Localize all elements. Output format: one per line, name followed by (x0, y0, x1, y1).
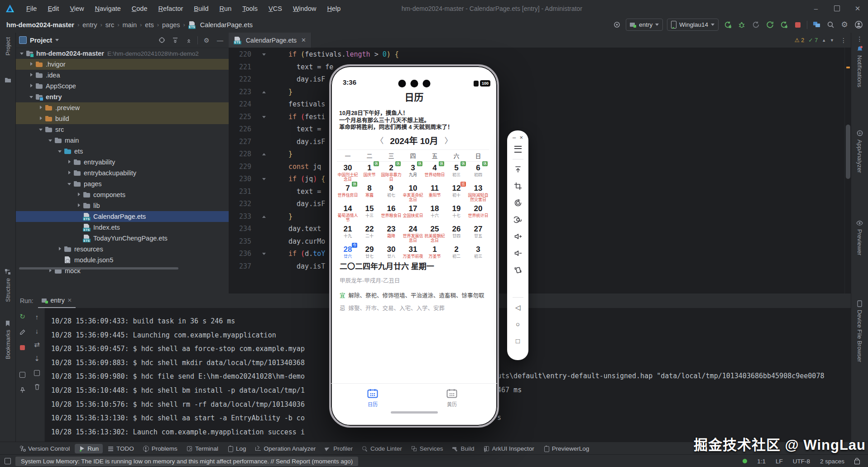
menu-view[interactable]: View (65, 4, 88, 14)
status-message[interactable]: System Low Memory: The IDE is running lo… (15, 457, 358, 466)
run-button[interactable] (723, 20, 733, 30)
tree-chevron-icon[interactable] (75, 191, 83, 198)
rotate-device-icon[interactable] (507, 261, 528, 278)
rerun-icon[interactable]: ↻ (19, 313, 27, 321)
fold-marker-icon[interactable] (251, 148, 267, 161)
calendar-day-cell[interactable]: 19十七 (446, 204, 467, 224)
close-button[interactable]: ✕ (847, 0, 868, 17)
code-line[interactable]: 223} (229, 86, 845, 99)
fold-marker-icon[interactable] (251, 173, 267, 186)
tree-chevron-icon[interactable] (37, 104, 45, 111)
fold-marker-icon[interactable] (251, 48, 267, 61)
folder-icon[interactable] (0, 76, 15, 83)
up-stack-trace-icon[interactable]: ↑ (33, 313, 41, 321)
calendar-day-cell[interactable]: 27廿五 (467, 224, 489, 245)
calendar-day-cell[interactable]: 班12初十 (446, 183, 467, 204)
project-view-select[interactable]: Project (19, 36, 59, 44)
tree-chevron-icon[interactable] (28, 61, 35, 68)
breadcrumb-item[interactable]: ets (145, 21, 153, 29)
close-icon[interactable]: ✕ (67, 297, 72, 303)
calendar-day-cell[interactable]: 21十九 (337, 224, 359, 245)
tree-item-calendarpage-ets[interactable]: ETSCalendarPage.ets (15, 211, 229, 222)
calendar-day-cell[interactable]: 22二十 (359, 224, 380, 245)
locate-ability-icon[interactable] (612, 20, 622, 30)
panel-settings-gear-icon[interactable]: ⚙ (201, 35, 211, 45)
tool-tab-notifications[interactable]: Notifications (851, 45, 868, 87)
code-line[interactable]: 237 day.isT (229, 260, 845, 273)
calendar-day-cell[interactable]: 25抗美援朝纪念日 (424, 224, 446, 245)
encoding[interactable]: UTF-8 (793, 458, 810, 465)
tool-tab-structure[interactable]: Structure (0, 268, 15, 302)
tool-window-button-problems[interactable]: Problems (139, 444, 182, 453)
calendar-day-cell[interactable]: 14葡萄酒情人节 (337, 204, 359, 224)
tree-item-main[interactable]: main (15, 135, 229, 146)
console-line[interactable]: 10/28 15:36:09:883: $ hdc shell mkdir da… (51, 356, 305, 370)
calendar-day-cell[interactable]: 休5初三 (446, 163, 467, 183)
tree-item-resources[interactable]: resources (15, 244, 229, 255)
console-line[interactable]: 10/28 15:36:10:576: $ hdc shell rm -rf d… (51, 398, 305, 412)
menu-help[interactable]: Help (322, 4, 345, 14)
calendar-day-cell[interactable]: 休7世界住房日 (337, 183, 359, 204)
breadcrumb-item[interactable]: entry (82, 21, 97, 29)
recents-icon[interactable]: □ (507, 332, 528, 349)
console-line[interactable]: 10/28 15:36:10:448: $ hdc shell bm insta… (51, 384, 305, 398)
menu-window[interactable]: Window (288, 4, 321, 14)
breadcrumb-item[interactable]: main (123, 21, 137, 29)
tool-window-button-operation-analyzer[interactable]: Operation Analyzer (251, 444, 320, 453)
minimize-button[interactable]: – (806, 0, 826, 17)
pin-icon[interactable] (19, 386, 27, 394)
console-line[interactable]: 10/28 15:36:09:980: $ hdc file send E:\h… (51, 370, 305, 384)
menu-icon[interactable] (507, 141, 528, 158)
code-line[interactable]: 236if (d.toY (229, 248, 845, 260)
module-select[interactable]: entry (626, 19, 663, 31)
home-icon[interactable]: ○ (507, 316, 528, 332)
tool-window-button-version-control[interactable]: Version Control (15, 444, 74, 453)
volume-up-icon[interactable] (507, 228, 528, 245)
tree-chevron-icon[interactable] (56, 246, 64, 253)
calendar-day-cell[interactable]: 11重阳节 (424, 183, 446, 204)
rotate-screen-icon[interactable] (507, 194, 528, 211)
attach-debugger-button[interactable] (779, 20, 789, 30)
fold-marker-icon[interactable] (251, 111, 267, 124)
code-line[interactable]: 231 text = (229, 186, 845, 198)
menu-file[interactable]: File (22, 4, 41, 14)
calendar-day-cell[interactable]: 休4世界动物日 (424, 163, 446, 183)
code-line[interactable]: 224festivals (229, 98, 845, 111)
project-structure-icon[interactable] (811, 20, 821, 30)
settings-gear-icon[interactable]: ⚙ (839, 20, 849, 30)
code-line[interactable]: 234day.text (229, 223, 845, 236)
console-line[interactable]: 10/28 15:36:13:302: Launch com.example.m… (51, 425, 305, 439)
expand-all-icon[interactable] (170, 35, 180, 45)
calendar-day-cell[interactable]: 8寒露 (359, 183, 380, 204)
tool-window-button-services[interactable]: Services (407, 444, 447, 453)
tree-item-appscope[interactable]: AppScope (15, 81, 229, 91)
restart-app-button[interactable] (765, 20, 775, 30)
tool-window-button-previewerlog[interactable]: PreviewerLog (539, 444, 594, 453)
tree-chevron-icon[interactable] (18, 50, 26, 57)
calendar-day-cell[interactable]: 20世界统计日 (467, 204, 489, 224)
tree-item-componets[interactable]: componets (15, 189, 229, 200)
menu-run[interactable]: Run (215, 4, 236, 14)
code-line[interactable]: 227 day.isF (229, 136, 845, 149)
tree-item-todayyunchengpage-ets[interactable]: ETSTodayYunChengPage.ets (15, 233, 229, 244)
menu-navigate[interactable]: Navigate (91, 4, 125, 14)
soft-wrap-icon[interactable]: ⇄ (33, 341, 41, 349)
tree-chevron-icon[interactable] (47, 137, 54, 144)
console-line[interactable]: 10/28 15:36:09:433: build task in 36 s 2… (51, 314, 305, 328)
calendar-day-cell[interactable]: 15十三 (359, 204, 380, 224)
editor-tab-calendarpage[interactable]: ETS CalendarPage.ets ✕ (229, 33, 312, 48)
tool-tab-previewer[interactable]: Previewer (851, 219, 868, 255)
tool-window-button-profiler[interactable]: Profiler (321, 444, 357, 453)
breadcrumb-item[interactable]: src (106, 21, 114, 29)
tab-overflow-icon[interactable]: ⋮ (840, 37, 851, 44)
tool-window-button-arkui-inspector[interactable]: ArkUI Inspector (480, 444, 538, 453)
calendar-day-cell[interactable]: 休3九月 (402, 163, 424, 183)
profiler-button[interactable] (751, 20, 761, 30)
stop-button[interactable] (793, 20, 803, 30)
next-month-button[interactable]: 〉 (445, 135, 452, 146)
calendar-day-cell[interactable]: 9初七 (380, 183, 402, 204)
tree-chevron-icon[interactable] (56, 148, 64, 155)
code-line[interactable]: 235day.curMo (229, 236, 845, 248)
tree-item-entryability[interactable]: entryability (15, 157, 229, 168)
prev-month-button[interactable]: 〈 (376, 135, 384, 146)
